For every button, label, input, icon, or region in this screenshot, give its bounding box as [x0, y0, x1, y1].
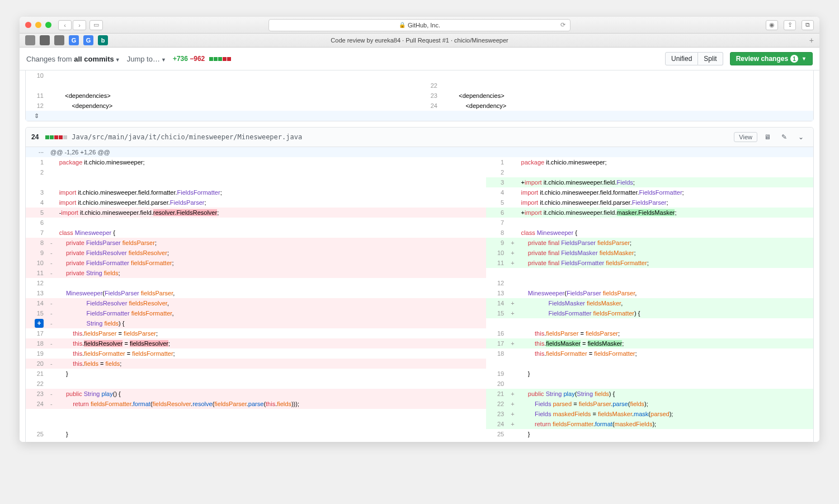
line-number[interactable]: 9 — [486, 238, 507, 248]
reload-icon[interactable]: ⟳ — [560, 21, 565, 29]
bookmark-icon[interactable] — [25, 35, 35, 45]
chevron-down-icon[interactable]: ⌄ — [794, 131, 808, 143]
code-line: package it.chicio.minesweeper; — [518, 157, 813, 167]
line-number[interactable]: 3 — [26, 187, 47, 197]
line-number[interactable]: 21 — [26, 369, 47, 379]
file-path[interactable]: Java/src/main/java/it/chicio/minesweeper… — [72, 133, 302, 141]
bookmark-icon[interactable] — [40, 35, 50, 45]
display-icon[interactable]: 🖥 — [761, 131, 774, 143]
review-changes-button[interactable]: Review changes 1 ▼ — [730, 52, 813, 65]
line-number[interactable]: 9 — [26, 248, 47, 258]
line-number[interactable]: 14 — [486, 298, 507, 308]
line-number[interactable]: 21 — [486, 389, 507, 399]
line-number[interactable]: 12 — [26, 278, 47, 288]
edit-icon[interactable]: ✎ — [777, 131, 791, 143]
line-number[interactable]: 15 — [486, 308, 507, 318]
changes-dropdown[interactable]: Changes from all commits▼ — [26, 55, 120, 63]
line-number[interactable] — [26, 409, 47, 419]
jump-dropdown[interactable]: Jump to…▼ — [127, 55, 166, 63]
line-number[interactable]: 18 — [486, 348, 507, 359]
expand-icon[interactable]: ⇕ — [26, 111, 47, 121]
bookmark-icon[interactable] — [54, 35, 64, 45]
line-number[interactable]: 6 — [26, 218, 47, 228]
line-number[interactable]: 6 — [486, 208, 507, 218]
line-number[interactable]: 3 — [486, 177, 507, 187]
line-number[interactable]: 23 — [486, 409, 507, 419]
line-number[interactable]: 17 — [26, 328, 47, 338]
line-number[interactable]: 19 — [486, 369, 507, 379]
view-file-button[interactable]: View — [734, 132, 757, 142]
share-icon[interactable]: ⇪ — [784, 20, 796, 30]
line-number[interactable]: 10 — [26, 258, 47, 268]
line-number[interactable]: 5 — [486, 197, 507, 208]
line-number[interactable]: 15 — [26, 308, 47, 318]
back-button[interactable]: ‹ — [58, 20, 72, 30]
line-number[interactable]: 24 — [26, 399, 47, 409]
bookmark-icon[interactable]: G — [83, 35, 93, 45]
line-number[interactable]: 22 — [26, 379, 47, 389]
bookmark-icon[interactable]: G — [69, 35, 79, 45]
line-number[interactable]: 16 — [486, 328, 507, 338]
line-number[interactable]: 10 — [486, 248, 507, 258]
line-number[interactable]: 22 — [486, 399, 507, 409]
line-number[interactable]: 8 — [486, 228, 507, 238]
line-number[interactable]: 26 — [486, 439, 507, 442]
code-line: this.fieldsFormatter = fieldsFormatter; — [518, 348, 813, 359]
line-number[interactable]: 25 — [26, 429, 47, 439]
minimize-icon[interactable] — [35, 22, 41, 28]
line-number[interactable] — [486, 318, 507, 328]
tabs-icon[interactable]: ⧉ — [802, 20, 814, 30]
line-number[interactable]: 2 — [486, 167, 507, 177]
line-number[interactable] — [26, 177, 47, 187]
code-line: } — [56, 429, 487, 439]
unified-button[interactable]: Unified — [665, 52, 698, 65]
line-number[interactable]: 20 — [486, 379, 507, 389]
new-tab-button[interactable]: + — [809, 36, 814, 45]
code-line: } — [56, 369, 487, 379]
line-number[interactable] — [26, 419, 47, 429]
line-number[interactable]: 2 — [26, 167, 47, 177]
bookmark-icon[interactable]: b — [98, 35, 108, 45]
code-line: } — [518, 369, 813, 379]
line-number[interactable]: 8 — [26, 238, 47, 248]
line-number[interactable]: 18 — [26, 338, 47, 348]
add-comment-button[interactable]: + — [35, 319, 44, 328]
line-number[interactable]: 13 — [26, 288, 47, 298]
line-number[interactable]: 26 — [26, 439, 47, 442]
line-number[interactable]: 4 — [486, 187, 507, 197]
line-number[interactable]: 7 — [486, 218, 507, 228]
forward-button[interactable]: › — [73, 20, 86, 30]
line-number[interactable]: 1 — [486, 157, 507, 167]
code-line — [518, 167, 813, 177]
zoom-icon[interactable] — [45, 22, 51, 28]
expand-icon[interactable]: ··· — [26, 147, 47, 157]
code-line: private final FieldsParser fieldsParser; — [518, 238, 813, 248]
line-number[interactable]: 20 — [26, 359, 47, 369]
line-number[interactable]: 4 — [26, 197, 47, 208]
line-number[interactable]: 11 — [26, 268, 47, 278]
close-icon[interactable] — [25, 22, 31, 28]
line-number[interactable]: 14 — [26, 298, 47, 308]
line-number[interactable]: 13 — [486, 288, 507, 298]
sidebar-button[interactable]: ▭ — [89, 20, 103, 30]
code-line — [518, 218, 813, 228]
line-number[interactable]: + — [26, 318, 47, 328]
line-number[interactable]: 7 — [26, 228, 47, 238]
code-line: this.fieldsParser = fieldsParser; — [518, 328, 813, 338]
code-line: return fieldsFormatter.format(maskedFiel… — [518, 419, 813, 429]
line-number[interactable]: 25 — [486, 429, 507, 439]
line-number[interactable]: 24 — [486, 419, 507, 429]
line-number[interactable]: 11 — [486, 258, 507, 268]
split-button[interactable]: Split — [698, 52, 723, 65]
code-line — [56, 409, 487, 419]
line-number[interactable]: 1 — [26, 157, 47, 167]
line-number[interactable] — [486, 268, 507, 278]
line-number[interactable]: 12 — [486, 278, 507, 288]
line-number[interactable] — [486, 359, 507, 369]
line-number[interactable]: 19 — [26, 348, 47, 359]
line-number[interactable]: 17 — [486, 338, 507, 348]
line-number[interactable]: 5 — [26, 208, 47, 218]
address-bar[interactable]: 🔒 GitHub, Inc. ⟳ — [268, 19, 571, 31]
line-number[interactable]: 23 — [26, 389, 47, 399]
downloads-icon[interactable]: ◉ — [766, 20, 778, 30]
